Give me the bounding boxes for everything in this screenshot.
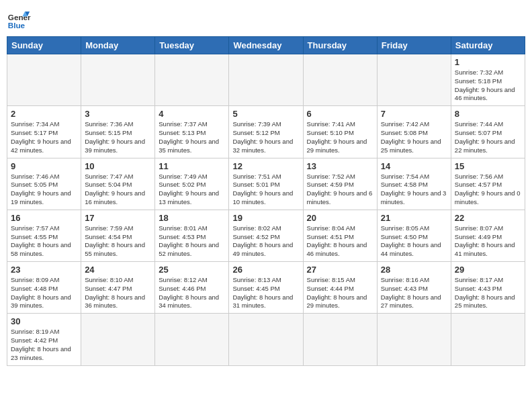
calendar-week-5: 30Sunrise: 8:19 AM Sunset: 4:42 PM Dayli… xyxy=(7,314,525,365)
day-number: 17 xyxy=(85,213,151,223)
calendar-cell: 19Sunrise: 8:02 AM Sunset: 4:52 PM Dayli… xyxy=(229,210,303,261)
day-number: 30 xyxy=(11,316,77,326)
logo: General Blue xyxy=(7,7,31,31)
calendar-cell: 22Sunrise: 8:07 AM Sunset: 4:49 PM Dayli… xyxy=(451,210,525,261)
calendar-dow-friday: Friday xyxy=(377,37,451,54)
day-number: 22 xyxy=(455,213,521,223)
calendar-cell xyxy=(81,314,155,365)
day-number: 15 xyxy=(455,161,521,171)
calendar-cell: 4Sunrise: 7:37 AM Sunset: 5:13 PM Daylig… xyxy=(155,106,229,158)
svg-text:Blue: Blue xyxy=(8,21,26,30)
day-number: 9 xyxy=(11,161,77,171)
calendar-cell: 14Sunrise: 7:54 AM Sunset: 4:58 PM Dayli… xyxy=(377,158,451,210)
calendar: SundayMondayTuesdayWednesdayThursdayFrid… xyxy=(7,36,525,366)
calendar-header-row: SundayMondayTuesdayWednesdayThursdayFrid… xyxy=(7,37,525,54)
calendar-cell: 13Sunrise: 7:52 AM Sunset: 4:59 PM Dayli… xyxy=(303,158,377,210)
day-number: 20 xyxy=(307,213,373,223)
day-info: Sunrise: 7:41 AM Sunset: 5:10 PM Dayligh… xyxy=(307,120,373,154)
calendar-cell: 18Sunrise: 8:01 AM Sunset: 4:53 PM Dayli… xyxy=(155,210,229,261)
calendar-cell xyxy=(377,314,451,365)
calendar-cell xyxy=(303,54,377,106)
calendar-week-2: 9Sunrise: 7:46 AM Sunset: 5:05 PM Daylig… xyxy=(7,158,525,210)
day-number: 12 xyxy=(232,161,299,171)
day-info: Sunrise: 8:01 AM Sunset: 4:53 PM Dayligh… xyxy=(159,224,225,259)
calendar-cell: 16Sunrise: 7:57 AM Sunset: 4:55 PM Dayli… xyxy=(7,210,81,261)
day-info: Sunrise: 8:15 AM Sunset: 4:44 PM Dayligh… xyxy=(307,276,373,310)
calendar-cell: 5Sunrise: 7:39 AM Sunset: 5:12 PM Daylig… xyxy=(229,106,303,158)
calendar-cell: 29Sunrise: 8:17 AM Sunset: 4:43 PM Dayli… xyxy=(451,262,525,314)
calendar-dow-wednesday: Wednesday xyxy=(229,37,303,54)
day-number: 5 xyxy=(232,109,299,119)
calendar-cell: 26Sunrise: 8:13 AM Sunset: 4:45 PM Dayli… xyxy=(229,262,303,314)
day-number: 29 xyxy=(455,265,521,275)
logo-icon: General Blue xyxy=(7,7,31,31)
calendar-dow-tuesday: Tuesday xyxy=(155,37,229,54)
calendar-cell: 15Sunrise: 7:56 AM Sunset: 4:57 PM Dayli… xyxy=(451,158,525,210)
calendar-cell: 20Sunrise: 8:04 AM Sunset: 4:51 PM Dayli… xyxy=(303,210,377,261)
day-number: 21 xyxy=(381,213,447,223)
calendar-cell: 10Sunrise: 7:47 AM Sunset: 5:04 PM Dayli… xyxy=(81,158,155,210)
calendar-dow-monday: Monday xyxy=(81,37,155,54)
day-info: Sunrise: 7:49 AM Sunset: 5:02 PM Dayligh… xyxy=(159,173,225,207)
calendar-cell xyxy=(7,54,81,106)
day-info: Sunrise: 8:05 AM Sunset: 4:50 PM Dayligh… xyxy=(381,224,447,259)
header: General Blue xyxy=(7,7,525,31)
day-number: 16 xyxy=(11,213,77,223)
calendar-cell: 21Sunrise: 8:05 AM Sunset: 4:50 PM Dayli… xyxy=(377,210,451,261)
calendar-dow-saturday: Saturday xyxy=(451,37,525,54)
calendar-cell: 12Sunrise: 7:51 AM Sunset: 5:01 PM Dayli… xyxy=(229,158,303,210)
calendar-cell: 8Sunrise: 7:44 AM Sunset: 5:07 PM Daylig… xyxy=(451,106,525,158)
calendar-week-4: 23Sunrise: 8:09 AM Sunset: 4:48 PM Dayli… xyxy=(7,262,525,314)
day-number: 14 xyxy=(381,161,447,171)
day-info: Sunrise: 8:10 AM Sunset: 4:47 PM Dayligh… xyxy=(85,276,151,310)
day-number: 27 xyxy=(307,265,373,275)
calendar-cell: 24Sunrise: 8:10 AM Sunset: 4:47 PM Dayli… xyxy=(81,262,155,314)
day-info: Sunrise: 7:36 AM Sunset: 5:15 PM Dayligh… xyxy=(85,120,151,154)
day-info: Sunrise: 8:09 AM Sunset: 4:48 PM Dayligh… xyxy=(11,276,77,310)
page: General Blue SundayMondayTuesdayWednesda… xyxy=(0,0,532,411)
calendar-cell: 17Sunrise: 7:59 AM Sunset: 4:54 PM Dayli… xyxy=(81,210,155,261)
calendar-dow-sunday: Sunday xyxy=(7,37,81,54)
calendar-cell xyxy=(303,314,377,365)
day-info: Sunrise: 7:44 AM Sunset: 5:07 PM Dayligh… xyxy=(455,120,521,154)
calendar-cell: 27Sunrise: 8:15 AM Sunset: 4:44 PM Dayli… xyxy=(303,262,377,314)
day-number: 18 xyxy=(159,213,225,223)
day-info: Sunrise: 7:56 AM Sunset: 4:57 PM Dayligh… xyxy=(455,173,521,207)
day-number: 28 xyxy=(381,265,447,275)
day-number: 10 xyxy=(85,161,151,171)
day-number: 6 xyxy=(307,109,373,119)
calendar-week-1: 2Sunrise: 7:34 AM Sunset: 5:17 PM Daylig… xyxy=(7,106,525,158)
day-info: Sunrise: 7:32 AM Sunset: 5:18 PM Dayligh… xyxy=(455,68,521,103)
day-info: Sunrise: 7:51 AM Sunset: 5:01 PM Dayligh… xyxy=(232,173,299,207)
day-info: Sunrise: 8:13 AM Sunset: 4:45 PM Dayligh… xyxy=(232,276,299,310)
calendar-cell xyxy=(451,314,525,365)
day-info: Sunrise: 7:59 AM Sunset: 4:54 PM Dayligh… xyxy=(85,224,151,259)
day-number: 1 xyxy=(455,57,521,67)
calendar-cell xyxy=(81,54,155,106)
calendar-cell: 1Sunrise: 7:32 AM Sunset: 5:18 PM Daylig… xyxy=(451,54,525,106)
day-info: Sunrise: 7:57 AM Sunset: 4:55 PM Dayligh… xyxy=(11,224,77,259)
day-number: 8 xyxy=(455,109,521,119)
calendar-cell: 7Sunrise: 7:42 AM Sunset: 5:08 PM Daylig… xyxy=(377,106,451,158)
calendar-week-3: 16Sunrise: 7:57 AM Sunset: 4:55 PM Dayli… xyxy=(7,210,525,261)
calendar-cell: 23Sunrise: 8:09 AM Sunset: 4:48 PM Dayli… xyxy=(7,262,81,314)
calendar-cell: 6Sunrise: 7:41 AM Sunset: 5:10 PM Daylig… xyxy=(303,106,377,158)
day-info: Sunrise: 7:46 AM Sunset: 5:05 PM Dayligh… xyxy=(11,173,77,207)
day-info: Sunrise: 8:02 AM Sunset: 4:52 PM Dayligh… xyxy=(232,224,299,259)
calendar-cell xyxy=(229,314,303,365)
calendar-cell xyxy=(229,54,303,106)
day-info: Sunrise: 8:19 AM Sunset: 4:42 PM Dayligh… xyxy=(11,328,77,362)
day-info: Sunrise: 8:07 AM Sunset: 4:49 PM Dayligh… xyxy=(455,224,521,259)
calendar-cell xyxy=(155,314,229,365)
day-number: 11 xyxy=(159,161,225,171)
day-info: Sunrise: 7:37 AM Sunset: 5:13 PM Dayligh… xyxy=(159,120,225,154)
calendar-cell: 25Sunrise: 8:12 AM Sunset: 4:46 PM Dayli… xyxy=(155,262,229,314)
day-info: Sunrise: 7:47 AM Sunset: 5:04 PM Dayligh… xyxy=(85,173,151,207)
day-number: 13 xyxy=(307,161,373,171)
day-info: Sunrise: 7:42 AM Sunset: 5:08 PM Dayligh… xyxy=(381,120,447,154)
day-number: 4 xyxy=(159,109,225,119)
day-info: Sunrise: 7:34 AM Sunset: 5:17 PM Dayligh… xyxy=(11,120,77,154)
calendar-cell xyxy=(155,54,229,106)
calendar-cell xyxy=(377,54,451,106)
day-number: 24 xyxy=(85,265,151,275)
